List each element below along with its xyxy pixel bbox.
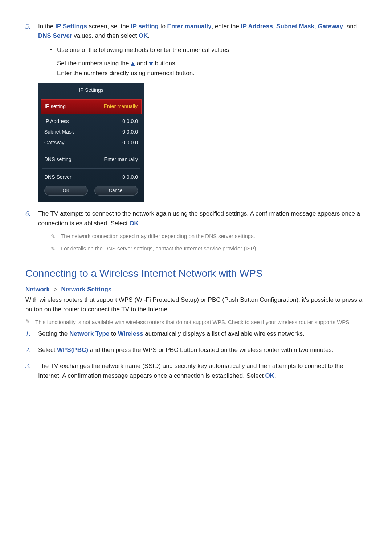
breadcrumb: Network > Network Settings	[25, 286, 367, 293]
kw-dns-server: DNS Server	[38, 32, 72, 39]
kw-ip-setting: IP setting	[131, 23, 159, 30]
step-6-note-2: ✎ For details on the DNS server settings…	[38, 244, 367, 253]
step-5-text: In the IP Settings screen, set the IP se…	[38, 23, 357, 39]
step-5-bullet: Use one of the following methods to ente…	[49, 45, 367, 55]
panel-row-dns-server[interactable]: DNS Server 0.0.0.0	[38, 171, 144, 184]
kw-gateway: Gateway	[318, 23, 343, 30]
ip-settings-panel: IP Settings IP setting Enter manually IP…	[38, 83, 144, 202]
panel-row-label: Subnet Mask	[44, 128, 74, 136]
panel-row-ip-address[interactable]: IP Address 0.0.0.0	[38, 116, 144, 127]
note-icon: ✎	[25, 318, 30, 325]
step-5-method-lines: Set the numbers using the and buttons. E…	[57, 58, 367, 78]
wps-step-1-number: 1.	[25, 328, 30, 339]
wps-step-2-number: 2.	[25, 345, 30, 355]
wps-step-1: 1. Setting the Network Type to Wireless …	[25, 329, 367, 338]
arrow-up-icon	[131, 62, 135, 66]
wps-note: ✎ This functionality is not available wi…	[25, 318, 367, 326]
step-6-note-1: ✎ The network connection speed may diffe…	[38, 232, 367, 241]
panel-row-value: 0.0.0.0	[122, 118, 138, 126]
panel-row-value: Enter manually	[104, 103, 138, 111]
kw-ok: OK	[139, 32, 148, 39]
panel-row-label: DNS setting	[44, 156, 72, 164]
wps-intro: With wireless routers that support WPS (…	[25, 295, 367, 315]
note-icon: ✎	[51, 244, 56, 253]
panel-row-value: Enter manually	[104, 156, 138, 164]
wps-step-3: 3. The TV exchanges the network name (SS…	[25, 361, 367, 381]
ok-button[interactable]: OK	[44, 186, 88, 196]
panel-row-label: Gateway	[44, 139, 64, 147]
kw-subnet-mask: Subnet Mask	[276, 23, 314, 30]
kw-ok: OK	[129, 220, 139, 227]
panel-title: IP Settings	[38, 83, 144, 99]
kw-wireless: Wireless	[118, 330, 143, 337]
breadcrumb-separator: >	[54, 286, 57, 293]
panel-row-gateway[interactable]: Gateway 0.0.0.0	[38, 138, 144, 148]
note-text: For details on the DNS server settings, …	[61, 244, 258, 253]
kw-ok: OK	[265, 372, 275, 379]
step-6: 6. The TV attempts to connect to the net…	[25, 209, 367, 253]
panel-button-row: OK Cancel	[38, 184, 144, 202]
kw-ip-settings: IP Settings	[55, 23, 87, 30]
arrow-down-icon	[149, 62, 153, 66]
wps-step-2: 2. Select WPS(PBC) and then press the WP…	[25, 345, 367, 355]
note-icon: ✎	[51, 232, 56, 241]
kw-ip-address: IP Address	[241, 23, 273, 30]
panel-row-value: 0.0.0.0	[122, 128, 138, 136]
breadcrumb-network: Network	[25, 286, 50, 293]
panel-row-label: DNS Server	[44, 173, 72, 181]
step-5: 5. In the IP Settings screen, set the IP…	[25, 22, 367, 202]
wps-step-3-text: The TV exchanges the network name (SSID)…	[38, 362, 343, 379]
method-line-1: Set the numbers using the and buttons.	[57, 58, 367, 68]
panel-row-label: IP Address	[44, 118, 69, 126]
wps-step-1-text: Setting the Network Type to Wireless aut…	[38, 330, 305, 337]
panel-row-value: 0.0.0.0	[122, 173, 138, 181]
wps-step-3-number: 3.	[25, 361, 30, 371]
panel-separator	[42, 168, 140, 169]
panel-row-value: 0.0.0.0	[122, 139, 138, 147]
panel-row-dns-setting[interactable]: DNS setting Enter manually	[38, 153, 144, 166]
step-6-number: 6.	[25, 208, 30, 219]
method-line-2: Enter the numbers directly using numeric…	[57, 68, 367, 78]
kw-wps-pbc: WPS(PBC)	[57, 346, 88, 353]
panel-row-ip-setting[interactable]: IP setting Enter manually	[41, 99, 142, 114]
panel-separator	[42, 151, 140, 151]
note-text: The network connection speed may differ …	[61, 232, 255, 240]
note-text: This functionality is not available with…	[35, 318, 351, 326]
cancel-button[interactable]: Cancel	[94, 186, 138, 196]
step-6-text: The TV attempts to connect to the networ…	[38, 210, 360, 226]
kw-network-type: Network Type	[69, 330, 109, 337]
breadcrumb-network-settings: Network Settings	[61, 286, 111, 293]
panel-row-label: IP setting	[45, 103, 66, 111]
kw-enter-manually: Enter manually	[167, 23, 212, 30]
section-heading-wps: Connecting to a Wireless Internet Networ…	[25, 268, 367, 279]
panel-row-subnet-mask[interactable]: Subnet Mask 0.0.0.0	[38, 127, 144, 138]
wps-step-2-text: Select WPS(PBC) and then press the WPS o…	[38, 346, 334, 353]
step-5-number: 5.	[25, 21, 30, 32]
